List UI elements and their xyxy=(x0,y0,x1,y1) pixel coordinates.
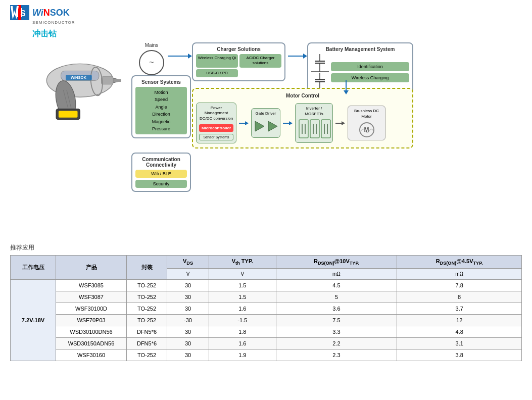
package-wsd30100dn56: DFN5*6 xyxy=(127,326,167,338)
th-rds10v: RDS(ON)@10VTYP. xyxy=(276,256,397,269)
logo-area: S WiNSOK SEMICONDUCTOR 冲击钻 xyxy=(10,5,75,39)
battery-identification: Identification xyxy=(331,62,409,71)
power-mgmt-block: Power Management DC/DC conversion Microc… xyxy=(196,103,236,143)
voltage-range: 7.2V-18V xyxy=(11,280,56,361)
rds10-wsf30160: 2.3 xyxy=(276,349,397,361)
rds45-wsf30100d: 3.7 xyxy=(397,303,522,315)
header: S WiNSOK SEMICONDUCTOR 冲击钻 xyxy=(10,5,522,39)
product-wsf70p03: WSF70P03 xyxy=(56,315,127,326)
rds10-wsf30100d: 3.6 xyxy=(276,303,397,315)
sensor-title: Sensor Systems xyxy=(135,79,187,85)
product-wsf30160: WSF30160 xyxy=(56,349,127,361)
right-column: Mains ~ Charger Solutions Wireless Charg… xyxy=(131,42,522,239)
rds10-wsd30100dn56: 3.3 xyxy=(276,326,397,338)
svg-marker-32 xyxy=(268,121,277,131)
mains-label: Mains xyxy=(136,42,167,48)
table-row: WSF3087 TO-252 30 1.5 5 8 xyxy=(11,291,522,303)
svg-rect-33 xyxy=(299,120,308,138)
mosfet-symbol xyxy=(298,119,331,139)
block-diagram: Mains ~ Charger Solutions Wireless Charg… xyxy=(131,42,522,239)
vds-wsf30160: 30 xyxy=(167,349,209,361)
rds45-wsf3087: 8 xyxy=(397,291,522,303)
rds45-wsd30100dn56: 4.8 xyxy=(397,326,522,338)
table-body: 7.2V-18V WSF3085 TO-252 30 1.5 4.5 7.8 W… xyxy=(11,280,522,361)
sensor-items: MotionSpeedAngleDirectionMagneticPressur… xyxy=(135,87,187,134)
comm-connectivity-box: Communication Connectivity Wifi / BLE Se… xyxy=(131,153,191,192)
motor-control-box: Motor Control Power Management DC/DC con… xyxy=(192,88,413,148)
security: Security xyxy=(135,180,187,188)
unit-vds: V xyxy=(167,269,209,280)
battery-title: Battery Management System xyxy=(311,46,409,52)
rds45-wsf30160: 3.8 xyxy=(397,349,522,361)
inverter-label: Inverter / MOSFETs xyxy=(298,106,330,117)
vds-wsf70p03: -30 xyxy=(167,315,209,326)
product-title: 冲击钻 xyxy=(32,29,75,39)
arrow-gate-inv xyxy=(283,121,293,125)
product-wsf3087: WSF3087 xyxy=(56,291,127,303)
product-wsd30100dn56: WSD30100DN56 xyxy=(56,326,127,338)
charger-item-acdc: AC/DC Charger solutions xyxy=(239,54,281,68)
product-wsf30100d: WSF30100D xyxy=(56,303,127,315)
logo-subtitle: SEMICONDUCTOR xyxy=(32,20,75,25)
arrow-inv-motor xyxy=(335,121,345,125)
mains-symbol: ~ xyxy=(139,50,164,75)
svg-rect-35 xyxy=(321,120,330,138)
package-wsf30160: TO-252 xyxy=(127,349,167,361)
gate-driver-label: Gate Driver xyxy=(254,111,277,116)
capacitors xyxy=(311,54,329,90)
table-section: 推荐应用 工作电压 产品 封装 VDS Vth TYP. RDS(ON)@10V… xyxy=(10,243,522,361)
table-row: WSF30160 TO-252 30 1.9 2.3 3.8 xyxy=(11,349,522,361)
vds-wsf30100d: 30 xyxy=(167,303,209,315)
sensor-systems-box: Sensor Systems MotionSpeedAngleDirection… xyxy=(131,75,191,138)
package-wsf70p03: TO-252 xyxy=(127,315,167,326)
charger-item-usbc: USB-C / PD xyxy=(196,69,238,77)
table-row: WSF30100D TO-252 30 1.6 3.6 3.7 xyxy=(11,303,522,315)
logo: S WiNSOK xyxy=(10,5,75,20)
vth-wsf70p03: -1.5 xyxy=(209,315,276,326)
charger-solutions-box: Charger Solutions Wireless Charging Qi A… xyxy=(192,42,285,81)
vds-wsd30100dn56: 30 xyxy=(167,326,209,338)
rds10-wsf3085: 4.5 xyxy=(276,280,397,291)
motor-symbol: M xyxy=(359,122,374,137)
charger-item-wireless-qi: Wireless Charging Qi xyxy=(196,54,238,68)
wifi-ble: Wifi / BLE xyxy=(135,170,187,178)
main-content: WiNSOK Mains ~ Charger Solutions Wireles… xyxy=(10,42,522,239)
th-rds45v: RDS(ON)@4.5VTYP. xyxy=(397,256,522,269)
svg-rect-11 xyxy=(102,77,114,84)
product-wsf3085: WSF3085 xyxy=(56,280,127,291)
svg-rect-34 xyxy=(310,120,319,138)
arrow-charger-to-battery xyxy=(288,54,307,59)
mains-block: Mains ~ xyxy=(136,42,167,75)
gate-driver-symbol xyxy=(254,119,279,134)
battery-management-box: Battery Management System xyxy=(307,42,413,94)
package-wsf3087: TO-252 xyxy=(127,291,167,303)
section-label: 推荐应用 xyxy=(10,243,522,252)
motor-block: Brushless DC Motor M xyxy=(348,106,385,140)
charger-items: Wireless Charging Qi AC/DC Charger solut… xyxy=(196,54,281,77)
package-wsf3085: TO-252 xyxy=(127,280,167,291)
unit-rds45v: mΩ xyxy=(397,269,522,280)
product-wsd30150adn56: WSD30150ADN56 xyxy=(56,338,127,349)
winsok-logo-icon: S xyxy=(10,5,29,20)
power-mgmt-label: Power Management DC/DC conversion xyxy=(199,106,233,121)
motor-control-inner: Power Management DC/DC conversion Microc… xyxy=(196,103,409,143)
vds-wsf3085: 30 xyxy=(167,280,209,291)
rds45-wsd30150adn56: 3.1 xyxy=(397,338,522,349)
arrow-mains-to-charger xyxy=(168,54,192,59)
svg-text:WiNSOK: WiNSOK xyxy=(71,75,86,80)
capacitor-symbol xyxy=(311,54,329,72)
drill-image: WiNSOK xyxy=(10,42,121,123)
svg-text:S: S xyxy=(20,9,26,18)
rds10-wsf70p03: 7.5 xyxy=(276,315,397,326)
motor-label: Brushless DC Motor xyxy=(351,109,382,119)
package-wsf30100d: TO-252 xyxy=(127,303,167,315)
th-vth: Vth TYP. xyxy=(209,256,276,269)
table-row: 7.2V-18V WSF3085 TO-252 30 1.5 4.5 7.8 xyxy=(11,280,522,291)
comm-title: Communication Connectivity xyxy=(135,157,187,168)
svg-marker-31 xyxy=(255,121,264,131)
th-vds: VDS xyxy=(167,256,209,269)
vds-wsf3087: 30 xyxy=(167,291,209,303)
vth-wsf3087: 1.5 xyxy=(209,291,276,303)
table-row: WSD30100DN56 DFN5*6 30 1.8 3.3 4.8 xyxy=(11,326,522,338)
left-column: WiNSOK xyxy=(10,42,131,124)
